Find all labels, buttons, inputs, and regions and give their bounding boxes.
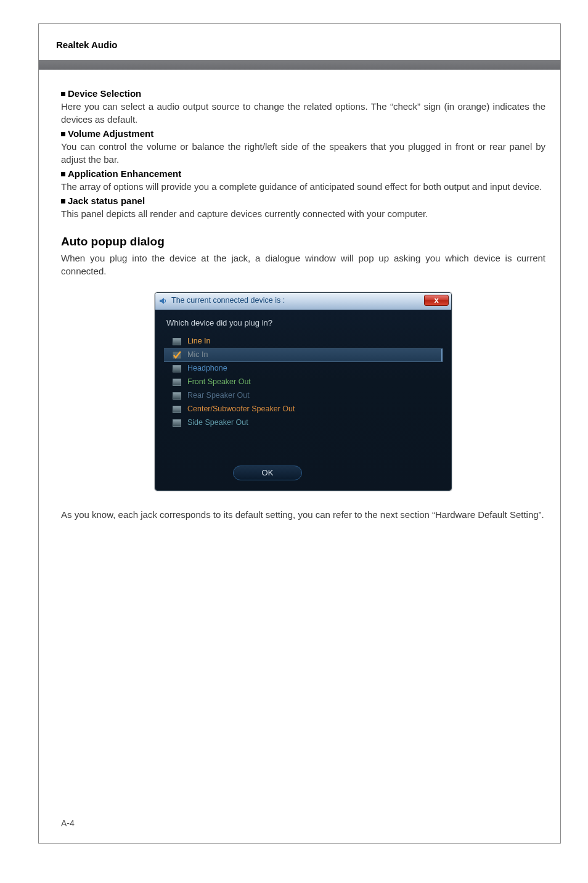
- jack-check-icon: [173, 351, 181, 359]
- device-option[interactable]: Front Speaker Out: [164, 376, 443, 389]
- document-page: Realtek Audio Device Selection Here you …: [38, 23, 561, 844]
- connected-device-dialog: The current connected device is : x Whic…: [155, 292, 452, 491]
- device-label: Side Speaker Out: [187, 417, 248, 429]
- heading-text: Device Selection: [68, 88, 141, 99]
- heading-text: Jack status panel: [68, 195, 145, 206]
- device-list: Line InMic InHeadphoneFront Speaker OutR…: [164, 335, 443, 430]
- document-title: Realtek Audio: [56, 39, 117, 50]
- device-option[interactable]: Side Speaker Out: [164, 416, 443, 430]
- section-body: When you plug into the device at the jac…: [61, 252, 545, 277]
- heading-text: Application Enhancement: [68, 168, 181, 179]
- page-number: A-4: [61, 818, 75, 828]
- page-content: Device Selection Here you can select a a…: [61, 86, 545, 521]
- spacer: [61, 491, 545, 508]
- closing-paragraph: As you know, each jack corresponds to it…: [61, 508, 545, 521]
- device-label: Headphone: [187, 363, 227, 374]
- dialog-body: Which device did you plug in? Line InMic…: [155, 310, 451, 490]
- jack-icon: [173, 338, 181, 345]
- square-bullet-icon: [61, 132, 65, 136]
- device-option[interactable]: Headphone: [164, 362, 443, 376]
- speaker-icon: [159, 297, 168, 305]
- device-option[interactable]: Line In: [164, 335, 443, 348]
- section-heading-jack-status-panel: Jack status panel: [61, 194, 545, 207]
- device-option[interactable]: Rear Speaker Out: [164, 389, 443, 403]
- jack-icon: [173, 406, 181, 413]
- list-spacer: [164, 438, 443, 466]
- square-bullet-icon: [61, 92, 65, 96]
- svg-marker-1: [161, 298, 164, 304]
- section-body: This panel depicts all render and captur…: [61, 207, 545, 220]
- close-icon: x: [434, 295, 438, 305]
- device-label: Front Speaker Out: [187, 377, 251, 388]
- square-bullet-icon: [61, 199, 65, 203]
- close-button[interactable]: x: [424, 295, 449, 306]
- device-label: Mic In: [187, 350, 208, 361]
- jack-icon: [173, 365, 181, 372]
- section-heading-device-selection: Device Selection: [61, 87, 545, 100]
- ok-button-label: OK: [262, 468, 274, 477]
- device-label: Center/Subwoofer Speaker Out: [187, 404, 295, 415]
- dialog-button-row: OK: [164, 466, 443, 480]
- dialog-titlebar: The current connected device is : x: [155, 293, 451, 310]
- square-bullet-icon: [61, 172, 65, 176]
- heading-text: Volume Adjustment: [68, 128, 153, 139]
- device-option[interactable]: Center/Subwoofer Speaker Out: [164, 403, 443, 416]
- section-body: The array of options will provide you a …: [61, 180, 545, 193]
- jack-icon: [173, 419, 181, 427]
- jack-icon: [173, 379, 181, 386]
- device-label: Line In: [187, 336, 211, 347]
- dialog-prompt: Which device did you plug in?: [164, 318, 443, 329]
- page-header: Realtek Audio: [39, 24, 560, 61]
- ok-button[interactable]: OK: [233, 466, 302, 480]
- section-body: You can control the volume or balance th…: [61, 140, 545, 166]
- section-heading-application-enhancement: Application Enhancement: [61, 167, 545, 180]
- section-heading-auto-popup: Auto popup dialog: [61, 234, 545, 250]
- dialog-title: The current connected device is :: [171, 295, 285, 306]
- header-divider-bar: [39, 60, 560, 70]
- section-heading-volume-adjustment: Volume Adjustment: [61, 127, 545, 140]
- section-body: Here you can select a audio output sourc…: [61, 100, 545, 126]
- device-option[interactable]: Mic In: [164, 348, 443, 362]
- jack-icon: [173, 392, 181, 400]
- device-label: Rear Speaker Out: [187, 390, 250, 401]
- svg-rect-0: [160, 300, 161, 302]
